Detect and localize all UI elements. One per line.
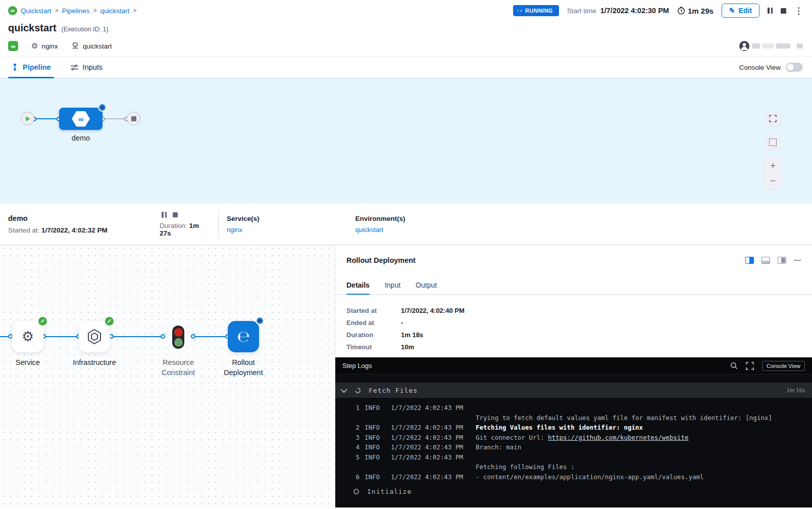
- stage-node-demo[interactable]: ∞: [59, 108, 103, 130]
- breadcrumb-link-quickstart[interactable]: Quickstart: [21, 7, 52, 15]
- node-label-service: Service: [10, 357, 45, 367]
- step-node-rollout-deployment[interactable]: ℮: [228, 321, 259, 352]
- tab-details[interactable]: Details: [346, 275, 370, 294]
- log-timestamp: 1/7/2022 4:02:43 PM: [391, 423, 471, 433]
- service-tag[interactable]: ⚙ nginx: [31, 41, 58, 51]
- edit-button[interactable]: ✎Edit: [722, 4, 759, 18]
- stop-square-icon: [131, 116, 136, 121]
- detail-value: 1/7/2022, 4:02:40 PM: [401, 307, 465, 314]
- pipeline-icon: [11, 63, 19, 71]
- elapsed-time: 1m 29s: [677, 7, 714, 15]
- execution-graph-canvas[interactable]: ⚙ ✓ ✓ ℮ Service Infrastructure Resource …: [0, 245, 335, 507]
- pending-circle-icon: [353, 489, 359, 494]
- zoom-in-button[interactable]: +: [766, 160, 780, 172]
- redacted-text: [797, 43, 803, 49]
- tab-output[interactable]: Output: [416, 275, 437, 294]
- stop-execution-icon[interactable]: [781, 8, 786, 14]
- git-connector-link[interactable]: https://github.com/kubernetes/website: [548, 434, 688, 441]
- tab-inputs[interactable]: Inputs: [67, 57, 106, 78]
- search-icon[interactable]: [730, 362, 738, 369]
- edge: [43, 336, 79, 337]
- log-line: 6 INFO 1/7/2022 4:02:43 PM - content/en/…: [335, 472, 812, 482]
- log-timestamp: 1/7/2022 4:02:43 PM: [391, 433, 471, 443]
- minimize-panel-button[interactable]: [794, 260, 801, 261]
- breadcrumb-separator: >: [93, 7, 97, 14]
- detail-value: -: [401, 319, 403, 327]
- stage-running-spinner: [99, 104, 106, 111]
- fullscreen-icon: [769, 115, 777, 122]
- tab-input[interactable]: Input: [385, 275, 400, 294]
- more-options-icon[interactable]: ⋮: [794, 7, 803, 15]
- environments-block: Environment(s) quickstart: [356, 215, 405, 234]
- section-duration: 1m 16s: [787, 387, 805, 393]
- console-view-label: Console View: [739, 64, 781, 71]
- node-label-infrastructure: Infrastructure: [69, 357, 120, 367]
- breadcrumb-link-pipeline-name[interactable]: quickstart: [100, 7, 130, 15]
- console-view-control: Console View: [739, 57, 803, 78]
- canvas-select-button[interactable]: [766, 135, 780, 150]
- layout-right-panel-button[interactable]: [778, 257, 786, 264]
- toggle-knob: [787, 64, 794, 71]
- log-level: INFO: [365, 403, 386, 413]
- detail-label: Started at: [346, 307, 401, 314]
- canvas-fullscreen-button[interactable]: [766, 111, 780, 126]
- detail-label: Duration: [346, 331, 401, 339]
- stage-pause-icon[interactable]: [162, 212, 167, 218]
- connector-dot: [161, 334, 165, 339]
- detail-value: 10m: [401, 343, 414, 351]
- status-badge: RUNNING: [513, 5, 559, 16]
- log-lines[interactable]: 1 INFO 1/7/2022 4:02:43 PM Trying to fet…: [335, 398, 812, 507]
- log-section-initialize[interactable]: Initialize: [335, 482, 812, 497]
- pencil-icon: ✎: [729, 7, 735, 15]
- step-logs-header: Step Logs Console View: [335, 357, 812, 375]
- tab-inputs-label: Inputs: [83, 63, 103, 71]
- pipeline-graph-canvas[interactable]: ∞ demo + −: [0, 78, 812, 204]
- environments-label: Environment(s): [356, 215, 405, 222]
- module-tag: ∞: [8, 41, 18, 51]
- execution-id: (Execution ID: 1): [62, 26, 109, 33]
- stage-started: Started at: 1/7/2022, 4:02:32 PM: [8, 226, 160, 234]
- pipeline-start-node[interactable]: [21, 112, 34, 125]
- logs-console-view-button[interactable]: Console View: [762, 361, 805, 371]
- section-name: Fetch Files: [369, 387, 418, 394]
- breadcrumb-link-pipelines[interactable]: Pipelines: [62, 7, 90, 15]
- environment-link[interactable]: quickstart: [356, 226, 405, 234]
- console-view-toggle[interactable]: [786, 63, 803, 72]
- edge: [110, 336, 163, 337]
- stage-details-bar: demo Started at: 1/7/2022, 4:02:32 PM Du…: [0, 204, 812, 245]
- running-spinner-icon: [257, 317, 263, 324]
- step-node-infrastructure[interactable]: ✓: [79, 321, 110, 352]
- user-avatar: [739, 41, 749, 51]
- step-panel-title: Rollout Deployment: [346, 256, 416, 264]
- detail-row-duration: Duration 1m 18s: [346, 331, 801, 339]
- stage-stop-icon[interactable]: [173, 212, 178, 217]
- redacted-text: [776, 43, 790, 49]
- layout-right-split-button[interactable]: [745, 257, 754, 264]
- step-node-service[interactable]: ⚙ ✓: [12, 321, 43, 352]
- expand-logs-icon[interactable]: [746, 362, 754, 370]
- edge-start-to-stage: [34, 118, 59, 119]
- log-line: 2 INFO 1/7/2022 4:02:43 PM Fetching Valu…: [335, 423, 812, 433]
- step-node-resource-constraint[interactable]: [172, 326, 184, 349]
- node-label-rollout-deployment: Rollout Deployment: [218, 357, 269, 378]
- pause-execution-icon[interactable]: [768, 8, 773, 14]
- detail-label: Ended at: [346, 319, 401, 327]
- log-line: 1 INFO 1/7/2022 4:02:43 PM Trying to fet…: [335, 403, 812, 423]
- service-link[interactable]: nginx: [227, 226, 260, 234]
- log-section-fetch-files[interactable]: Fetch Files 1m 16s: [335, 383, 812, 398]
- log-message: - content/en/examples/application/nginx-…: [476, 472, 812, 482]
- environment-tag[interactable]: quickstart: [71, 42, 112, 50]
- log-line-number: 6: [350, 472, 360, 482]
- zoom-out-button[interactable]: −: [766, 175, 780, 187]
- step-panel-header: Rollout Deployment: [335, 245, 812, 275]
- layout-bottom-split-button[interactable]: [762, 257, 770, 264]
- inputs-icon: [70, 64, 79, 71]
- service-gear-icon: ⚙: [22, 330, 34, 344]
- detail-value: 1m 18s: [401, 331, 423, 339]
- pipeline-end-node[interactable]: [127, 112, 140, 125]
- rollout-swirl-icon: ℮: [237, 329, 250, 344]
- tab-pipeline[interactable]: Pipeline: [8, 57, 54, 78]
- breadcrumb: ∞ Quickstart > Pipelines > quickstart >: [8, 6, 136, 15]
- log-line-number: 2: [350, 423, 360, 433]
- divider: [218, 211, 219, 238]
